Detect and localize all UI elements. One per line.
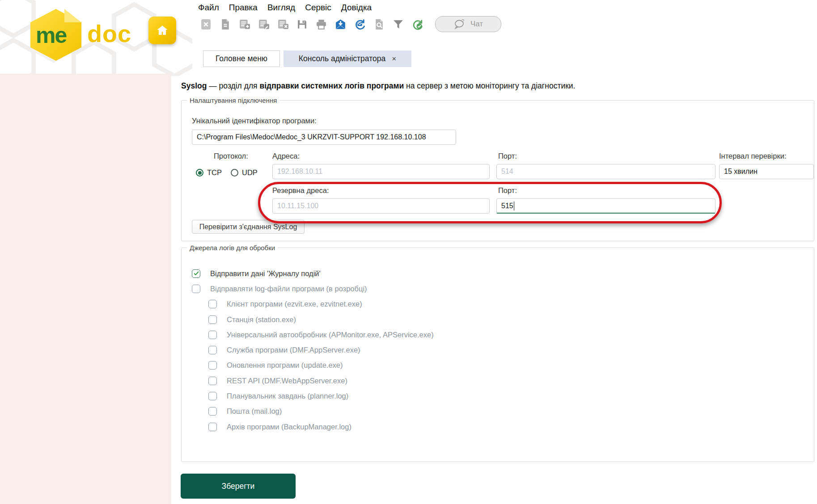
checkbox-icon[interactable] xyxy=(208,331,217,339)
tab-admin-console[interactable]: Консоль адміністратора × xyxy=(284,50,411,67)
record-delete-icon[interactable] xyxy=(277,18,289,30)
record-add-icon[interactable] xyxy=(238,18,250,30)
log-source-row[interactable]: Клієнт програми (ezvit.exe, ezvitnet.exe… xyxy=(208,297,639,312)
svg-text:?: ? xyxy=(461,19,464,24)
interval-value: 15 хвилин xyxy=(724,168,758,176)
log-source-label: Станція (station.exe) xyxy=(227,315,296,324)
home-button[interactable] xyxy=(148,17,176,44)
radio-tcp-label: TCP xyxy=(207,168,222,177)
log-source-row[interactable]: Планувальник завдань (planner.log) xyxy=(208,388,639,403)
log-sources-list: Відправити дані 'Журналу подій' Відправл… xyxy=(192,266,639,434)
chat-icon: ? xyxy=(453,19,467,29)
log-source-row[interactable]: Пошта (mail.log) xyxy=(208,404,639,419)
menu-file[interactable]: Файл xyxy=(198,3,219,13)
tab-close-icon[interactable]: × xyxy=(392,55,396,63)
log-source-label: REST API (DMF.WebAppServer.exe) xyxy=(227,377,347,385)
backup-port-input[interactable]: 515 xyxy=(496,198,715,214)
log-source-row[interactable]: Станція (station.exe) xyxy=(208,312,639,327)
address-input[interactable] xyxy=(272,164,490,179)
log-sources-legend: Джерела логів для обробки xyxy=(187,244,278,252)
connection-settings-legend: Налаштування підключення xyxy=(187,97,279,104)
checkbox-icon[interactable] xyxy=(208,300,217,308)
filter-icon[interactable] xyxy=(392,18,404,30)
menu-edit[interactable]: Правка xyxy=(229,3,258,13)
tab-main-menu[interactable]: Головне меню xyxy=(203,50,280,67)
interval-select[interactable]: 15 хвилин xyxy=(719,164,814,179)
toolbar: ? Чат xyxy=(200,16,501,32)
log-source-row[interactable]: Універсальний автообробник (APMonitor.ex… xyxy=(208,327,639,342)
logo-text-doc: doc xyxy=(87,20,131,47)
print-icon[interactable] xyxy=(315,18,327,30)
backup-address-label: Резервна дреса: xyxy=(272,186,329,195)
checkbox-icon[interactable] xyxy=(208,407,217,416)
checkbox-icon[interactable] xyxy=(208,346,217,354)
interval-label: Інтервал перевірки: xyxy=(719,152,786,160)
log-source-label: Пошта (mail.log) xyxy=(227,407,282,416)
radio-udp-label: UDP xyxy=(242,168,258,177)
document-search-icon[interactable] xyxy=(373,18,385,30)
save-icon[interactable] xyxy=(296,18,308,30)
checkbox-icon[interactable] xyxy=(208,377,217,385)
backup-port-label: Порт: xyxy=(498,186,517,195)
sidebar xyxy=(0,74,171,504)
menu-help[interactable]: Довідка xyxy=(341,3,372,13)
log-source-row[interactable]: REST API (DMF.WebAppServer.exe) xyxy=(208,373,639,388)
menu-service[interactable]: Сервіс xyxy=(305,3,331,13)
home-icon xyxy=(156,24,169,37)
save-button[interactable]: Зберегти xyxy=(181,474,296,499)
radio-tcp[interactable] xyxy=(196,169,203,176)
log-source-label: Відправити дані 'Журналу подій' xyxy=(210,269,321,278)
address-label: Адреса: xyxy=(272,152,300,160)
text-caret xyxy=(514,202,515,210)
log-source-label: Планувальник завдань (planner.log) xyxy=(227,392,348,400)
unique-id-label: Унікальний ідентифікатор програми: xyxy=(192,117,317,125)
log-source-label: Відправляти log-файли програми (в розроб… xyxy=(210,285,367,293)
logo-text-me: me xyxy=(36,22,66,48)
log-source-label: Універсальний автообробник (APMonitor.ex… xyxy=(227,331,434,339)
file-close-icon[interactable] xyxy=(200,18,212,30)
chat-button[interactable]: ? Чат xyxy=(435,16,501,32)
tab-main-menu-label: Головне меню xyxy=(216,54,267,63)
update-check-icon[interactable] xyxy=(411,18,423,30)
medoc-admin-console-window: { "logo": {"text_me": "me", "text_doc": … xyxy=(0,0,817,504)
tab-strip: Головне меню Консоль адміністратора × xyxy=(203,50,411,67)
protocol-label: Протокол: xyxy=(214,152,248,160)
page-title-keyword: Syslog xyxy=(181,81,207,90)
log-source-label: Служба програми (DMF.AppServer.exe) xyxy=(227,346,360,354)
protocol-radio-group: TCP UDP xyxy=(196,168,258,177)
mail-receive-icon[interactable] xyxy=(334,18,347,30)
menu-view[interactable]: Вигляд xyxy=(267,3,295,13)
backup-port-value: 515 xyxy=(501,202,513,210)
checkbox-icon[interactable] xyxy=(208,423,217,431)
port-input[interactable] xyxy=(496,164,715,179)
tab-admin-console-label: Консоль адміністратора xyxy=(299,54,385,63)
log-source-row[interactable]: Служба програми (DMF.AppServer.exe) xyxy=(208,342,639,357)
log-source-row[interactable]: Відправити дані 'Журналу подій' xyxy=(192,266,639,281)
log-source-row[interactable]: Архів програми (BackupManager.log) xyxy=(208,419,639,434)
log-source-row[interactable]: Оновлення програми (update.exe) xyxy=(208,358,639,373)
checkbox-icon[interactable] xyxy=(208,392,217,400)
chat-label: Чат xyxy=(470,20,483,29)
checkbox-icon[interactable] xyxy=(192,285,200,293)
log-source-label: Оновлення програми (update.exe) xyxy=(227,361,343,370)
checkbox-icon[interactable] xyxy=(208,361,217,370)
page-title: Syslog — розділ для відправки системних … xyxy=(181,81,798,91)
checkbox-icon[interactable] xyxy=(208,315,217,324)
log-source-label: Клієнт програми (ezvit.exe, ezvitnet.exe… xyxy=(227,300,362,308)
log-source-row[interactable]: Відправляти log-файли програми (в розроб… xyxy=(192,281,639,296)
test-connection-button[interactable]: Перевірити з'єднання SysLog xyxy=(192,220,305,234)
menu-bar: Файл Правка Вигляд Сервіс Довідка xyxy=(198,3,372,13)
radio-udp[interactable] xyxy=(231,169,238,176)
port-label: Порт: xyxy=(498,152,517,160)
log-source-label: Архів програми (BackupManager.log) xyxy=(227,423,351,431)
mail-sync-icon[interactable] xyxy=(354,18,366,30)
unique-id-input[interactable] xyxy=(192,130,456,145)
checkbox-icon[interactable] xyxy=(192,269,200,278)
document-icon[interactable] xyxy=(219,18,231,30)
backup-address-input[interactable] xyxy=(272,198,490,214)
record-edit-icon[interactable] xyxy=(258,18,270,30)
